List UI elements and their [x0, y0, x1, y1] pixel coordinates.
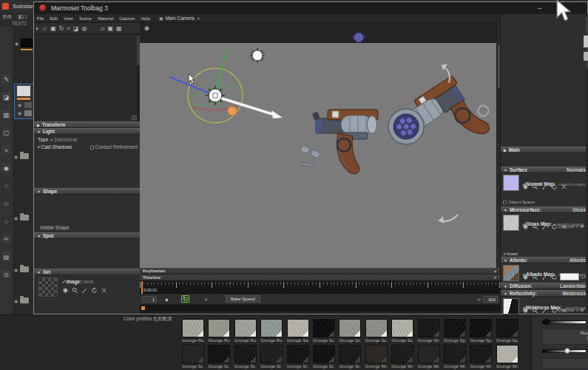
gear-icon[interactable] — [62, 287, 69, 294]
duplicate-object-icon[interactable]: ▣ — [108, 25, 114, 32]
eye-icon[interactable]: ◉ — [15, 41, 18, 46]
shelf-item[interactable]: Grunge Sh... — [418, 319, 440, 343]
delete-object-icon[interactable]: ▦ — [116, 25, 122, 32]
record-icon[interactable]: ● — [204, 296, 208, 303]
search-icon[interactable] — [532, 184, 538, 190]
roughness-box[interactable]: Roug 归 — [542, 329, 588, 345]
timeline-ruler[interactable]: 0:00.01 — [140, 281, 500, 294]
add-omni-light-icon[interactable]: ☼ — [42, 25, 47, 32]
loop-button[interactable]: ↻ — [181, 295, 190, 303]
bake-speed-button[interactable]: Bake Speed — [226, 295, 260, 303]
timeline-scroll-marker[interactable] — [141, 306, 145, 310]
add-turntable-icon[interactable]: ↻ — [59, 25, 64, 32]
object-space-checkbox[interactable]: Object Space — [503, 200, 535, 204]
gel-image-thumbnail[interactable] — [38, 278, 58, 297]
shelf-item[interactable]: Grunge Sc... — [339, 319, 361, 343]
light-gizmo-sun-purple[interactable] — [349, 32, 368, 43]
section-albedo[interactable]: ▼ Albedo: Albedo — [501, 257, 588, 263]
add-sky-icon[interactable]: ◍ — [81, 25, 87, 32]
gear-icon[interactable] — [522, 307, 529, 314]
shelf-item[interactable]: Grunge St... — [339, 345, 361, 369]
timeline-bar[interactable]: Timeline ▼ — [140, 275, 500, 281]
layer-folder-1[interactable]: ◉ — [14, 152, 35, 161]
substance-menu-item[interactable]: 文件 — [2, 14, 12, 19]
menu-material[interactable]: Material — [95, 16, 116, 21]
shelf-item[interactable]: Grunge Ro... — [182, 319, 204, 343]
shelf-item[interactable]: Grunge Wi... — [444, 345, 466, 369]
settings-tool-icon[interactable]: ⊙ — [1, 269, 11, 279]
section-microsurface[interactable]: ▼ Microsurface: Gloss — [501, 206, 588, 213]
viewport-settings-icon[interactable] — [143, 25, 150, 32]
add-camera-icon[interactable]: ▣ — [50, 25, 56, 32]
shelf-item[interactable]: Grunge Wi... — [365, 345, 388, 369]
shelf-item[interactable]: Grunge Ru... — [260, 319, 283, 343]
shelf-item[interactable]: Grunge Ro... — [208, 319, 230, 343]
current-frame-input[interactable]: 1 — [142, 296, 157, 303]
shelf-item[interactable]: Grunge Wi... — [496, 345, 518, 369]
eye-icon[interactable]: ◉ — [14, 298, 18, 303]
expand-down-icon[interactable]: ▼ — [493, 275, 497, 280]
gear-icon[interactable] — [522, 274, 529, 280]
shelf-item[interactable]: Grunge Wi... — [391, 345, 413, 369]
close-icon[interactable] — [101, 287, 107, 294]
shelf-item[interactable]: Grunge St... — [208, 345, 230, 369]
refresh-icon[interactable] — [551, 184, 558, 190]
shelf-item[interactable]: Grunge Sc... — [365, 319, 388, 343]
section-spot[interactable]: ▼ Spot — [34, 232, 140, 239]
marmoset-titlebar[interactable]: Marmoset Toolbag 3 – — [34, 2, 587, 14]
eye-icon[interactable]: ◉ — [14, 154, 18, 159]
shelf-item[interactable]: Grunge St... — [182, 345, 204, 369]
scroll-corner[interactable] — [132, 115, 137, 120]
invert-checkbox[interactable]: ✓Invert — [503, 251, 518, 256]
gloss-map-thumbnail[interactable] — [503, 215, 519, 231]
cast-shadows-checkbox[interactable]: ✓Cast Shadows — [37, 144, 72, 150]
refresh-icon[interactable] — [551, 274, 558, 280]
color-swatch[interactable] — [21, 38, 33, 47]
text-layer-tool-icon[interactable]: ▤ — [1, 252, 11, 261]
shelf-item[interactable]: Grunge Sp... — [470, 319, 492, 343]
section-main[interactable]: ▶ Main — [501, 147, 588, 153]
layer-folder-2[interactable]: ◉ — [14, 213, 35, 222]
search-icon[interactable] — [532, 307, 538, 314]
keyframes-bar[interactable]: Keyframes ▲ — [140, 268, 500, 275]
section-gel[interactable]: ▼ Gel — [34, 269, 140, 275]
normal-map-thumbnail[interactable] — [503, 175, 519, 191]
timeline-scrollbar[interactable] — [140, 305, 500, 312]
paint-tool-icon[interactable]: ✎ — [1, 74, 11, 84]
light-type-row[interactable]: Type ▼ Directional — [38, 137, 77, 142]
shelf-item[interactable]: Grunge Sp... — [496, 319, 518, 343]
edit-icon[interactable] — [541, 184, 548, 190]
section-transform[interactable]: ▶ Transform — [34, 121, 140, 128]
shelf-item[interactable]: Grunge Wi... — [418, 345, 440, 369]
substance-menu-item[interactable]: 窗口 — [18, 14, 27, 19]
projection-tool-icon[interactable]: ▨ — [1, 110, 11, 119]
eye-icon[interactable]: ◉ — [18, 110, 21, 115]
selected-layer[interactable]: ◉ ◉ — [14, 84, 34, 119]
shelf-item[interactable]: Grunge Ro... — [234, 319, 257, 343]
menu-view[interactable]: View — [61, 16, 76, 21]
filter-tool-icon[interactable]: ⊙ — [1, 216, 11, 226]
smudge-tool-icon[interactable]: ≈ — [1, 145, 11, 155]
albedo-color-swatch[interactable] — [560, 273, 579, 280]
contact-refinement-checkbox[interactable]: Contact Refinement — [90, 144, 138, 150]
metalness-map-thumbnail[interactable] — [503, 298, 519, 314]
edit-icon[interactable] — [81, 287, 88, 294]
refresh-icon[interactable] — [91, 287, 98, 294]
section-diffusion[interactable]: ▼ Diffusion: Lambertian — [501, 283, 588, 289]
edit-icon[interactable] — [541, 307, 548, 314]
visible-shape-label[interactable]: Visible Shape — [40, 225, 70, 230]
eraser-tool-icon[interactable]: ◪ — [1, 92, 11, 101]
shelf-item[interactable]: Grunge Sa... — [287, 319, 309, 343]
layer-folder-4[interactable]: ◉ — [14, 296, 35, 305]
gear-icon[interactable] — [522, 223, 529, 230]
search-icon[interactable] — [72, 287, 78, 294]
section-shape[interactable]: ▼ Shape — [34, 188, 140, 195]
shelf-item[interactable]: Grunge St... — [234, 345, 257, 369]
link-icon[interactable]: ∞ — [477, 297, 481, 302]
shelf-item[interactable]: Grunge Sp... — [444, 319, 466, 343]
shelf-item[interactable]: Grunge St... — [313, 345, 335, 369]
refresh-icon[interactable] — [551, 307, 558, 314]
search-icon[interactable] — [532, 274, 538, 280]
menu-edit[interactable]: Edit — [47, 16, 61, 21]
menu-help[interactable]: Help — [138, 16, 153, 21]
